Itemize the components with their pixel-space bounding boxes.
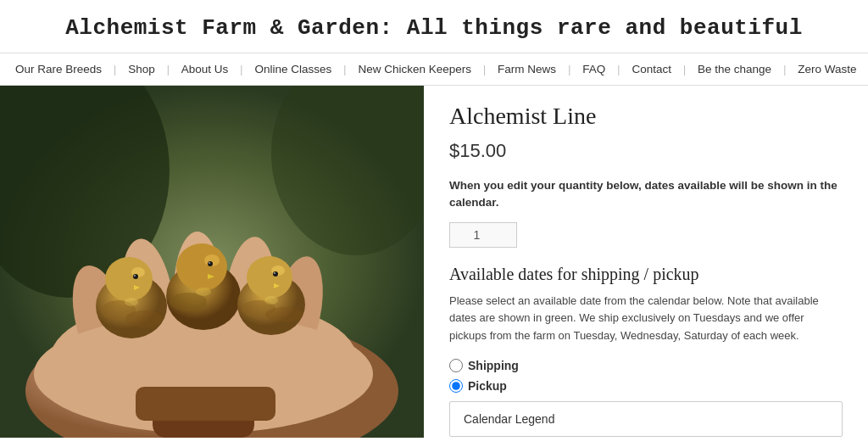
pickup-radio[interactable] [449,379,463,393]
pickup-label[interactable]: Pickup [468,379,507,393]
product-image [0,86,424,438]
nav-item-shop[interactable]: Shop [116,54,167,84]
nav-item-farm-news[interactable]: Farm News [486,54,568,84]
svg-point-21 [176,243,227,291]
shipping-option[interactable]: Shipping [449,359,843,372]
calendar-legend-box: Calendar Legend [449,401,843,437]
svg-rect-39 [136,387,275,421]
calendar-legend-label: Calendar Legend [464,412,554,426]
svg-point-37 [264,296,278,305]
svg-point-17 [134,275,136,277]
nav-item-online-classes[interactable]: Online Classes [242,54,343,84]
available-dates-title: Available dates for shipping / pickup [449,265,843,284]
nav-item-our-rare-breeds[interactable]: Our Rare Breeds [3,54,114,84]
svg-point-24 [208,261,213,266]
nav-item-about-us[interactable]: About Us [170,54,241,84]
svg-point-19 [125,310,163,327]
nav-item-contact[interactable]: Contact [620,54,683,84]
main-content: Alchemist Line $15.00 When you edit your… [0,86,868,447]
product-info-panel: Alchemist Line $15.00 When you edit your… [424,86,868,447]
svg-point-36 [196,288,211,296]
svg-point-31 [273,271,278,277]
svg-point-35 [125,298,138,306]
svg-point-25 [209,262,210,264]
product-price: $15.00 [449,140,843,162]
svg-point-16 [133,274,138,279]
svg-point-13 [105,257,153,301]
product-image-placeholder [0,86,424,438]
product-title: Alchemist Line [449,103,843,130]
shipping-radio[interactable] [449,359,463,372]
nav-item-new-chicken-keepers[interactable]: New Chicken Keepers [346,54,483,84]
nav-item-be-the-change[interactable]: Be the change [686,54,783,84]
nav-item-faq[interactable]: FAQ [570,54,617,84]
nav-bar: Our Rare Breeds | Shop | About Us | Onli… [0,53,868,86]
svg-point-28 [247,256,292,299]
svg-point-34 [265,307,303,322]
shipping-label[interactable]: Shipping [468,359,519,372]
available-dates-desc: Please select an available date from the… [449,293,843,345]
product-illustration [0,86,424,438]
pickup-option[interactable]: Pickup [449,379,843,393]
site-title: Alchemist Farm & Garden: All things rare… [0,0,868,53]
nav-item-zero-waste[interactable]: Zero Waste [786,54,868,84]
quantity-input-wrap [449,222,843,248]
quantity-note: When you edit your quantity below, dates… [449,177,843,212]
quantity-input[interactable] [449,222,517,248]
svg-point-32 [274,272,275,274]
